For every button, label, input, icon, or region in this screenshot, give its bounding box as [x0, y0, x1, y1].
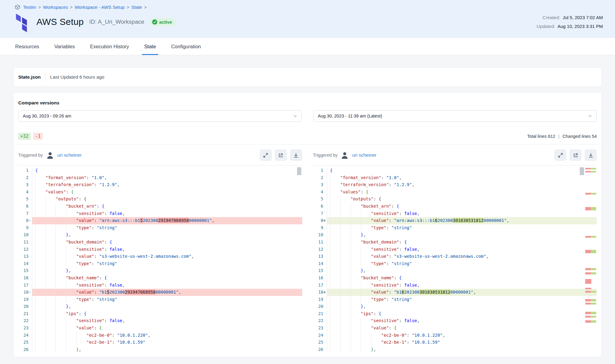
download-button[interactable] [585, 149, 597, 161]
line-number: 2 [313, 174, 327, 182]
line-number: 16 [18, 274, 32, 282]
total-lines-text: Total lines 612 [527, 134, 555, 139]
tab-resources[interactable]: Resources [15, 38, 40, 55]
workspace-id: ID: A_Uri_Workspace [89, 19, 144, 25]
breadcrumb-link-workspaces[interactable]: Workspaces [43, 5, 68, 10]
code-line: 3"terraform_version": "1.2.9", [313, 181, 597, 189]
line-number: 4 [18, 189, 32, 196]
line-number: 25 [313, 339, 327, 346]
line-number: 15 [18, 267, 32, 274]
diff-overview-mark [585, 171, 596, 172]
code-line: 14"type": "string" [313, 260, 597, 267]
code-line: 13"value": "s3-website-us-west-2.amazona… [18, 253, 302, 260]
line-number: 21 [313, 310, 327, 318]
diff-overview-mark [585, 272, 596, 274]
cube-icon [15, 4, 20, 10]
line-number: 6 [313, 203, 327, 210]
line-number: 15 [313, 267, 327, 274]
line-number: 8- [18, 217, 32, 224]
breadcrumb-link-testim[interactable]: Testim [23, 5, 36, 10]
line-number: 19 [313, 296, 327, 303]
breadcrumb-link-workspace-aws-setup[interactable]: Workspace - AWS Setup [75, 5, 125, 10]
line-number: 20 [18, 303, 32, 310]
tab-bar: Resources Variables Execution History St… [0, 38, 615, 55]
code-line: 1{ [18, 167, 302, 174]
line-number: 18+ [313, 289, 327, 296]
code-line: 5"outputs": { [313, 196, 597, 203]
code-editor-left[interactable]: 1{2"format_version": "1.0",3"terraform_v… [18, 165, 302, 352]
diff-overview-mark [585, 299, 596, 301]
line-number: 24 [18, 332, 32, 339]
breadcrumb-separator: > [144, 5, 146, 10]
code-line: 23"value": { [313, 325, 597, 332]
code-line: 2"format_version": "1.0", [313, 174, 597, 182]
additions-badge: +32 [18, 133, 31, 140]
code-line: 9"type": "string" [313, 224, 597, 232]
line-number: 3 [313, 181, 327, 189]
code-line: 9"type": "string" [18, 224, 302, 232]
code-line: 16"bucket_name": { [18, 274, 302, 282]
deletions-badge: -1 [33, 133, 43, 140]
expand-button[interactable] [554, 149, 566, 161]
line-number: 26 [18, 346, 32, 352]
line-number: 6 [18, 203, 32, 210]
diff-overview-mark [585, 316, 596, 318]
version-select-left[interactable]: Aug 30, 2023 - 09:26 am [18, 110, 302, 122]
tab-variables[interactable]: Variables [54, 38, 76, 55]
code-line: 26}, [313, 346, 597, 352]
triggered-by-label: Triggered by [18, 153, 43, 158]
code-line: 20}, [18, 303, 302, 310]
check-circle-icon [152, 19, 157, 25]
breadcrumb-separator: > [38, 5, 41, 10]
tab-state[interactable]: State [144, 38, 157, 55]
compare-versions-title: Compare versions [18, 100, 597, 106]
code-line: 2"format_version": "1.0", [18, 174, 302, 182]
open-external-button[interactable] [275, 149, 287, 161]
diff-overview-mark [585, 207, 596, 210]
updated-label: Updated: [537, 24, 555, 29]
triggered-by-user[interactable]: uri scheiner [352, 152, 376, 158]
triggered-by-user[interactable]: uri scheiner [57, 152, 82, 158]
version-select-right[interactable]: Aug 30, 2023 - 11:39 am (Latest) [313, 110, 597, 122]
line-number: 1 [313, 167, 327, 174]
line-number: 10 [313, 231, 327, 239]
download-button[interactable] [290, 149, 302, 161]
open-external-button[interactable] [569, 149, 582, 161]
diff-overview-mark [585, 312, 596, 314]
code-line: 3"terraform_version": "1.2.9", [18, 181, 302, 189]
line-number: 23 [313, 325, 327, 332]
expand-button[interactable] [260, 149, 272, 161]
state-file-card: State.json Last Updated 6 hours ago [13, 67, 602, 87]
code-line: 17"sensitive": false, [18, 282, 302, 289]
breadcrumb-link-state[interactable]: State [131, 5, 142, 10]
diff-stats-row: +32 -1 Total lines 612 | Changed lines 5… [13, 122, 602, 144]
scrollbar-thumb[interactable] [297, 167, 301, 175]
line-number: 12 [313, 246, 327, 253]
code-line: 10}, [313, 231, 597, 239]
updated-value: Aug 10, 2023 3:31 PM [558, 24, 603, 29]
diff-overview-mark [585, 193, 596, 195]
diff-overview-mark [585, 268, 596, 270]
code-editor-right[interactable]: 1{2"format_version": "1.0",3"terraform_v… [313, 165, 597, 352]
code-line: 5"outputs": { [18, 196, 302, 203]
breadcrumb: Testim > Workspaces > Workspace - AWS Se… [15, 4, 603, 10]
last-updated-text: Last Updated 6 hours ago [50, 74, 104, 80]
user-avatar-icon [340, 151, 349, 159]
line-number: 22 [313, 317, 327, 325]
scrollbar-thumb[interactable] [580, 167, 584, 175]
download-icon [588, 153, 593, 158]
code-line: 1{ [313, 167, 597, 174]
line-number: 2 [18, 174, 32, 182]
diff-overview-ruler[interactable] [585, 165, 596, 352]
code-line: 6"bucket_arn": { [18, 203, 302, 210]
line-number: 7 [313, 210, 327, 217]
code-line: 8-"value": "arn:aws:s3:::b15202308291947… [18, 217, 302, 224]
line-number: 17 [18, 282, 32, 289]
tab-configuration[interactable]: Configuration [170, 38, 201, 55]
tab-execution-history[interactable]: Execution History [89, 38, 129, 55]
code-line: 22"sensitive": false, [18, 317, 302, 325]
page-header: Testim > Workspaces > Workspace - AWS Se… [0, 0, 615, 38]
code-line: 20}, [313, 303, 597, 310]
changed-lines-text: Changed lines 54 [562, 134, 597, 139]
updated-row: Updated:Aug 10, 2023 3:31 PM [537, 24, 603, 29]
